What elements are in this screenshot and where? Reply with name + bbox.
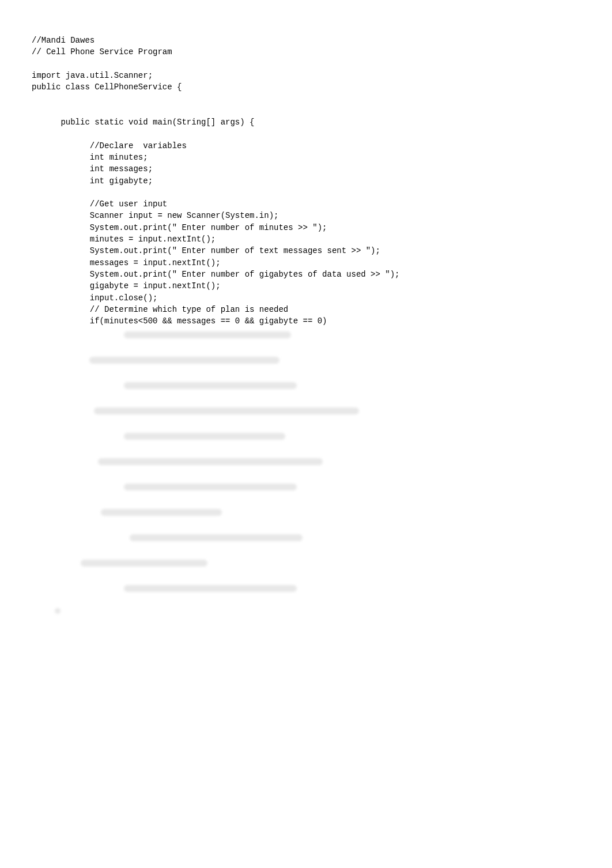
blurred-line [32,481,589,493]
blurred-bar [130,534,303,541]
code-line: minutes = input.nextInt(); [32,233,589,245]
blurred-line [32,583,589,594]
bottom-blur-mark [32,608,589,614]
code-line: System.out.print(" Enter number of text … [32,245,589,256]
blurred-line [32,431,589,442]
code-line: // Cell Phone Service Program [32,46,589,58]
blurred-line [32,456,589,467]
code-line: import java.util.Scanner; [32,70,589,81]
blurred-line [32,507,589,518]
blurred-bar [124,382,297,389]
code-line: System.out.print(" Enter number of gigab… [32,269,589,280]
blurred-bar [94,407,359,414]
code-line [32,187,589,198]
code-line: // Determine which type of plan is neede… [32,304,589,315]
code-line: int gigabyte; [32,175,589,187]
blurred-bar [124,433,285,440]
blurred-hidden-code [32,329,589,594]
code-line: gigabyte = input.nextInt(); [32,280,589,292]
blurred-line [32,557,589,569]
code-line: //Get user input [32,198,589,210]
blurred-line [32,532,589,544]
code-line: //Mandi Dawes [32,35,589,46]
blurred-bar [124,331,291,338]
code-line: Scanner input = new Scanner(System.in); [32,210,589,221]
code-block: //Mandi Dawes// Cell Phone Service Progr… [32,35,589,327]
code-line [32,93,589,104]
blurred-line [32,380,589,391]
blurred-bar [98,458,323,465]
blurred-bar [124,484,297,490]
code-line: System.out.print(" Enter number of minut… [32,222,589,233]
blurred-bar [81,560,207,567]
blurred-bar [124,585,297,592]
blurred-bar [89,357,279,364]
blurred-bar [101,509,222,516]
code-line: public class CellPhoneService { [32,81,589,93]
code-line: int minutes; [32,152,589,163]
code-line: input.close(); [32,292,589,304]
code-line [32,128,589,139]
blurred-line [32,405,589,417]
blurred-line [32,354,589,366]
code-line [32,105,589,116]
code-line: //Declare variables [32,140,589,152]
code-line: if(minutes<500 && messages == 0 && gigab… [32,315,589,327]
code-line [32,58,589,70]
blurred-line [32,329,589,341]
code-line: public static void main(String[] args) { [32,116,589,128]
code-line: int messages; [32,163,589,175]
code-line: messages = input.nextInt(); [32,257,589,269]
